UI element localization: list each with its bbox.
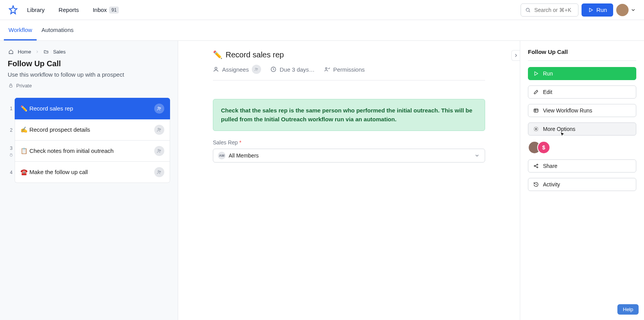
privacy-label: Private (16, 83, 32, 89)
side-panel-title: Follow Up Call (528, 49, 636, 61)
view-runs-button[interactable]: View Workflow Runs (528, 104, 636, 117)
breadcrumb-folder[interactable]: Sales (53, 49, 66, 55)
group-icon (154, 167, 164, 177)
user-menu[interactable] (616, 4, 636, 16)
step-label: Record sales rep (29, 105, 73, 112)
play-icon (533, 70, 539, 77)
select-avatar-pill: AM (218, 152, 226, 159)
group-icon (154, 125, 164, 135)
step-emoji: ✏️ (20, 105, 28, 112)
step-label: Record prospect details (29, 126, 90, 133)
lock-icon (8, 82, 14, 89)
tab-workflow[interactable]: Workflow (4, 20, 37, 40)
step-item-1[interactable]: ✏️ Record sales rep (15, 98, 170, 119)
svg-rect-1 (10, 85, 12, 87)
step-emoji: 📋 (20, 147, 28, 154)
step-label: Make the follow up call (29, 169, 88, 175)
stop-hand-icon (9, 152, 13, 157)
clock-icon (270, 66, 276, 72)
privacy-indicator: Private (8, 82, 170, 89)
collaborators[interactable]: $ (528, 141, 636, 154)
svg-point-7 (160, 150, 161, 151)
pencil-icon (533, 89, 539, 95)
workflow-description: Use this workflow to follow up with a pr… (8, 71, 170, 78)
svg-point-2 (158, 107, 160, 109)
svg-point-4 (158, 128, 160, 130)
tab-automations[interactable]: Automations (37, 20, 78, 40)
edit-button-label: Edit (543, 89, 552, 95)
step-number: 1 (8, 106, 15, 111)
gear-icon (533, 126, 539, 132)
breadcrumb-home[interactable]: Home (18, 49, 31, 55)
table-icon (533, 107, 539, 114)
step-label: Check notes from initial outreach (29, 147, 113, 154)
view-runs-button-label: View Workflow Runs (543, 107, 592, 114)
collapse-right-panel[interactable] (511, 50, 520, 61)
activity-button-label: Activity (543, 181, 560, 188)
group-icon (154, 104, 164, 114)
step-number: 3 (10, 146, 13, 151)
step-item-4[interactable]: ☎️ Make the follow up call (15, 162, 170, 183)
required-indicator: * (239, 139, 241, 146)
inbox-count-badge: 91 (109, 7, 119, 13)
select-value: All Members (229, 152, 259, 159)
nav-library[interactable]: Library (22, 3, 50, 16)
svg-point-0 (526, 8, 529, 11)
play-icon (588, 7, 594, 13)
sales-rep-select[interactable]: AM All Members (213, 149, 485, 163)
permissions-icon (324, 66, 330, 72)
assignees-field[interactable]: Assignees (213, 65, 261, 74)
svg-point-10 (215, 67, 217, 69)
due-date-label: Due 3 days… (280, 66, 315, 73)
history-icon (533, 181, 539, 188)
svg-rect-15 (534, 109, 538, 112)
step-emoji: ☎️ (20, 169, 28, 175)
step-item-3[interactable]: 📋 Check notes from initial outreach (15, 141, 170, 162)
permissions-field[interactable]: Permissions (324, 66, 365, 73)
svg-point-8 (158, 171, 160, 172)
collaborator-avatar-2: $ (537, 141, 550, 154)
permissions-label: Permissions (333, 66, 365, 73)
more-options-button[interactable]: More Options (528, 122, 636, 136)
chevron-down-icon (630, 7, 636, 13)
edit-button[interactable]: Edit (528, 85, 636, 99)
home-icon[interactable] (8, 49, 14, 55)
instruction-callout: Check that the sales rep is the same per… (213, 99, 485, 131)
task-title: Record sales rep (226, 50, 284, 59)
svg-point-9 (160, 171, 161, 172)
chevron-down-icon (474, 152, 480, 159)
field-label: Sales Rep (213, 139, 238, 146)
group-icon (154, 146, 164, 156)
share-button[interactable]: Share (528, 159, 636, 173)
help-button[interactable]: Help (617, 304, 639, 315)
step-number: 4 (8, 170, 15, 175)
folder-icon[interactable] (43, 49, 49, 55)
task-title-emoji: ✏️ (213, 50, 223, 59)
svg-point-5 (160, 129, 161, 130)
step-number: 2 (8, 127, 15, 133)
share-button-label: Share (543, 163, 557, 169)
user-avatar (616, 4, 629, 16)
workflow-title: Follow Up Call (8, 59, 170, 68)
nav-reports[interactable]: Reports (53, 3, 84, 16)
breadcrumb: Home Sales (8, 49, 170, 55)
nav-inbox-label: Inbox (93, 7, 107, 13)
logo-icon[interactable] (8, 5, 19, 15)
run-button-side[interactable]: Run (528, 67, 636, 80)
assignees-group-icon (252, 65, 261, 74)
step-item-2[interactable]: ✍️ Record prospect details (15, 119, 170, 141)
run-button-top-label: Run (596, 7, 607, 13)
svg-point-6 (158, 149, 160, 151)
search-input[interactable] (534, 7, 574, 13)
due-date-field[interactable]: Due 3 days… (270, 66, 315, 73)
svg-point-16 (535, 128, 537, 130)
run-button-top[interactable]: Run (582, 3, 613, 17)
user-icon (213, 66, 219, 72)
nav-inbox[interactable]: Inbox 91 (87, 3, 124, 17)
assignees-label: Assignees (222, 66, 249, 73)
activity-button[interactable]: Activity (528, 178, 636, 191)
run-button-side-label: Run (543, 70, 553, 77)
search-icon (525, 7, 531, 13)
svg-point-11 (255, 68, 256, 69)
search-box[interactable] (521, 3, 578, 17)
